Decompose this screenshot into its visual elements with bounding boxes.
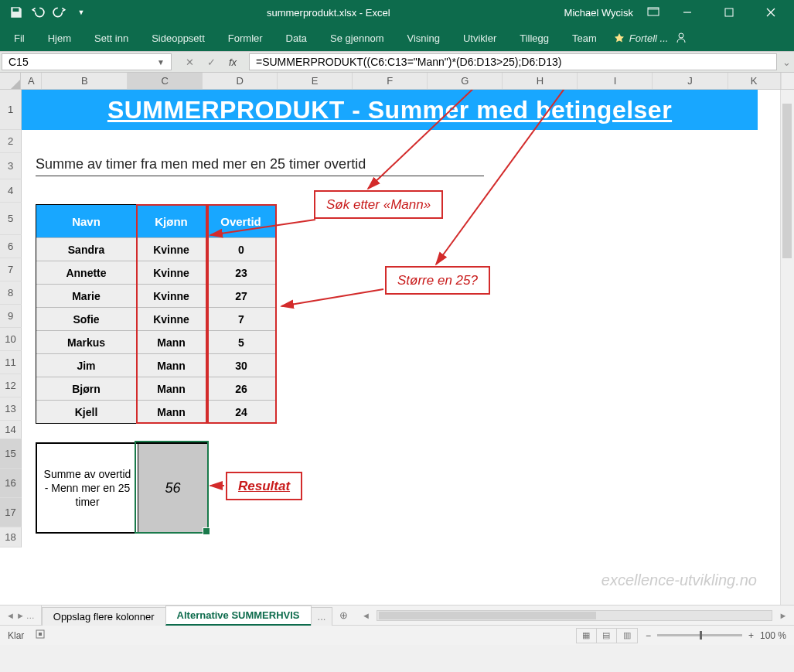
col-header[interactable]: F xyxy=(353,73,428,89)
sheet-tab[interactable]: Oppslag flere kolonner xyxy=(42,607,166,626)
user-name[interactable]: Michael Wycisk xyxy=(564,7,633,19)
vertical-scrollbar[interactable] xyxy=(780,90,794,605)
zoom-slider[interactable] xyxy=(657,634,742,636)
window-title: summerprodukt.xlsx - Excel xyxy=(93,7,564,19)
col-header[interactable]: H xyxy=(503,73,578,89)
save-icon[interactable] xyxy=(9,5,23,19)
row-header[interactable]: 8 xyxy=(0,281,22,305)
row-header[interactable]: 16 xyxy=(0,469,22,498)
add-sheet-button[interactable]: ⊕ xyxy=(332,605,355,625)
result-label: Summe av overtid - Menn mer en 25 timer xyxy=(37,444,138,532)
chevron-down-icon[interactable]: ▼ xyxy=(157,58,165,67)
col-header[interactable]: B xyxy=(42,73,128,89)
tab-formler[interactable]: Formler xyxy=(217,26,274,50)
ribbon-display-icon[interactable] xyxy=(647,7,659,19)
svg-rect-11 xyxy=(39,633,42,636)
col-header[interactable]: E xyxy=(278,73,353,89)
col-header[interactable]: J xyxy=(653,73,728,89)
tab-data[interactable]: Data xyxy=(275,26,318,50)
subtitle: Summe av timer fra men med mer en 25 tim… xyxy=(36,156,484,176)
sheet-tab-bar: ◄ ► … Oppslag flere kolonner Alternative… xyxy=(0,605,794,625)
title-bar: ▼ summerprodukt.xlsx - Excel Michael Wyc… xyxy=(0,0,794,25)
svg-line-8 xyxy=(281,289,383,306)
svg-rect-1 xyxy=(648,8,659,10)
row-header[interactable]: 5 xyxy=(0,203,22,235)
sheet-tab-active[interactable]: Alternative SUMMERHVIS xyxy=(165,605,312,626)
row-header[interactable]: 1 xyxy=(0,90,22,130)
col-header[interactable]: C xyxy=(128,73,203,89)
cancel-formula-icon[interactable]: ✕ xyxy=(181,56,198,68)
col-header[interactable]: K xyxy=(728,73,781,89)
row-header[interactable]: 6 xyxy=(0,235,22,258)
select-all-corner[interactable] xyxy=(0,73,21,89)
status-ready: Klar xyxy=(8,630,24,641)
tab-utvikler[interactable]: Utvikler xyxy=(452,26,507,50)
sheet-nav-prev-icon[interactable]: ◄ xyxy=(6,611,15,620)
normal-view-icon[interactable]: ▦ xyxy=(577,629,597,643)
status-bar: Klar ▦ ▤ ▥ − + 100 % xyxy=(0,625,794,645)
row-header[interactable]: 15 xyxy=(0,439,22,469)
row-header[interactable]: 18 xyxy=(0,527,22,547)
tab-team[interactable]: Team xyxy=(561,26,608,50)
tab-se-gjennom[interactable]: Se gjennom xyxy=(319,26,394,50)
tab-sett-inn[interactable]: Sett inn xyxy=(83,26,139,50)
row-header[interactable]: 3 xyxy=(0,153,22,179)
zoom-out-button[interactable]: − xyxy=(646,630,651,641)
macro-record-icon[interactable] xyxy=(35,629,46,642)
minimize-button[interactable] xyxy=(673,2,701,23)
scroll-right-icon[interactable]: ► xyxy=(777,611,789,620)
svg-rect-3 xyxy=(725,9,733,16)
row-header[interactable]: 2 xyxy=(0,130,22,153)
tab-tillegg[interactable]: Tillegg xyxy=(509,26,560,50)
callout-result: Resultat xyxy=(226,472,302,500)
sheet-nav-next-icon[interactable]: ► xyxy=(16,611,25,620)
maximize-button[interactable] xyxy=(715,2,743,23)
name-box[interactable]: C15▼ xyxy=(2,53,172,70)
row-header[interactable]: 4 xyxy=(0,179,22,203)
accept-formula-icon[interactable]: ✓ xyxy=(203,56,220,68)
worksheet-grid[interactable]: 1 2 3 4 5 6 7 8 9 10 11 12 13 14 15 16 1… xyxy=(0,90,794,605)
sheet-nav-more-icon[interactable]: … xyxy=(26,611,35,620)
row-header[interactable]: 13 xyxy=(0,397,22,421)
row-header[interactable]: 7 xyxy=(0,258,22,281)
view-buttons[interactable]: ▦ ▤ ▥ xyxy=(576,628,638,643)
col-header[interactable]: I xyxy=(578,73,653,89)
tab-fil[interactable]: Fil xyxy=(3,26,36,50)
row-header[interactable]: 17 xyxy=(0,498,22,527)
expand-formula-icon[interactable]: ⌄ xyxy=(779,52,794,72)
table-header: Navn xyxy=(36,205,137,237)
page-layout-view-icon[interactable]: ▤ xyxy=(597,629,617,643)
sheet-tab-overflow[interactable]: ... xyxy=(311,607,333,626)
tab-hjem[interactable]: Hjem xyxy=(37,26,82,50)
callout-greater-25: Større en 25? xyxy=(385,266,490,295)
undo-icon[interactable] xyxy=(31,5,45,19)
row-header[interactable]: 10 xyxy=(0,328,22,351)
row-header[interactable]: 9 xyxy=(0,305,22,328)
svg-point-4 xyxy=(679,33,683,38)
horizontal-scrollbar[interactable]: ◄ ► xyxy=(355,605,794,625)
share-icon[interactable] xyxy=(670,31,693,45)
formula-input[interactable]: =SUMMERPRODUKT((C6:C13="Mann")*(D6:D13>2… xyxy=(249,53,777,70)
scroll-left-icon[interactable]: ◄ xyxy=(360,611,372,620)
redo-icon[interactable] xyxy=(53,5,66,19)
tab-visning[interactable]: Visning xyxy=(396,26,450,50)
col-header[interactable]: A xyxy=(21,73,42,89)
result-block: Summe av overtid - Menn mer en 25 timer … xyxy=(36,442,209,534)
row-header[interactable]: 14 xyxy=(0,421,22,439)
col-header[interactable]: G xyxy=(428,73,503,89)
highlight-box-kjonn xyxy=(136,204,207,424)
fx-icon[interactable]: fx xyxy=(224,56,241,68)
result-value: 56 xyxy=(138,444,207,532)
page-break-view-icon[interactable]: ▥ xyxy=(617,629,637,643)
qat-dropdown-icon[interactable]: ▼ xyxy=(74,5,88,19)
tab-sideoppsett[interactable]: Sideoppsett xyxy=(141,26,216,50)
tell-me[interactable]: Fortell ... xyxy=(614,32,669,44)
close-button[interactable] xyxy=(757,2,785,23)
row-header[interactable]: 11 xyxy=(0,351,22,374)
col-header[interactable]: D xyxy=(203,73,278,89)
ribbon-tabs: Fil Hjem Sett inn Sideoppsett Formler Da… xyxy=(0,25,794,51)
zoom-level[interactable]: 100 % xyxy=(760,630,786,641)
row-header[interactable]: 12 xyxy=(0,374,22,397)
row-headers: 1 2 3 4 5 6 7 8 9 10 11 12 13 14 15 16 1… xyxy=(0,90,22,547)
zoom-in-button[interactable]: + xyxy=(748,630,754,641)
